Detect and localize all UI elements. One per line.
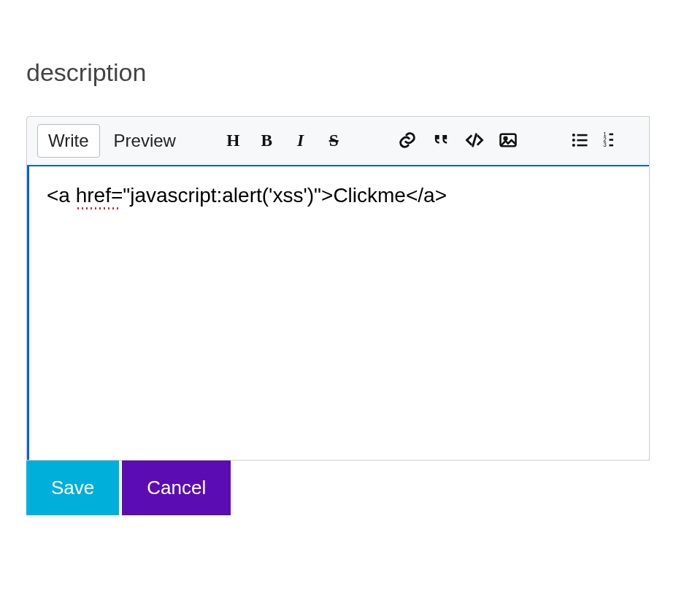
unordered-list-button[interactable]: [564, 125, 596, 157]
image-button[interactable]: [492, 125, 524, 157]
bold-button[interactable]: B: [253, 125, 285, 157]
spellcheck-underline: [76, 207, 120, 209]
format-group: H B I S: [219, 125, 352, 157]
svg-point-6: [504, 136, 507, 139]
svg-rect-10: [577, 139, 587, 141]
svg-point-9: [572, 138, 575, 141]
svg-text:B: B: [261, 131, 272, 150]
svg-rect-12: [577, 144, 587, 146]
svg-rect-14: [609, 133, 613, 135]
save-button[interactable]: Save: [26, 461, 119, 515]
svg-text:3: 3: [603, 142, 607, 148]
cancel-button[interactable]: Cancel: [122, 461, 231, 515]
unordered-list-icon: [569, 130, 590, 153]
svg-rect-18: [609, 144, 613, 146]
ordered-list-icon: 1 2 3: [602, 130, 613, 153]
heading-button[interactable]: H: [219, 125, 251, 157]
quote-button[interactable]: [425, 125, 457, 157]
svg-text:I: I: [296, 131, 304, 150]
bold-icon: B: [258, 130, 279, 153]
svg-point-7: [572, 133, 575, 136]
field-label: description: [26, 58, 650, 87]
svg-text:S: S: [329, 131, 339, 150]
insert-group: [391, 125, 524, 157]
link-button[interactable]: [391, 125, 423, 157]
ordered-list-button[interactable]: 1 2 3: [597, 125, 613, 157]
svg-rect-8: [577, 134, 587, 136]
strikethrough-icon: S: [326, 130, 346, 153]
link-icon: [397, 130, 418, 153]
list-group: 1 2 3: [564, 125, 613, 157]
code-icon: [464, 130, 485, 153]
italic-button[interactable]: I: [286, 125, 318, 157]
svg-text:H: H: [226, 131, 239, 150]
svg-line-4: [473, 134, 477, 145]
tab-preview[interactable]: Preview: [103, 124, 187, 158]
heading-icon: H: [225, 130, 245, 153]
quote-icon: [431, 130, 451, 153]
editor-content[interactable]: <a href="javascript:alert('xss')">Clickm…: [47, 184, 447, 207]
markdown-editor: Write Preview H B I: [26, 116, 650, 461]
strikethrough-button[interactable]: S: [320, 125, 352, 157]
editor-textarea-wrapper[interactable]: <a href="javascript:alert('xss')">Clickm…: [27, 165, 649, 460]
svg-point-11: [572, 143, 575, 146]
image-icon: [498, 130, 518, 153]
code-button[interactable]: [458, 125, 491, 157]
italic-icon: I: [292, 130, 312, 153]
tab-write[interactable]: Write: [37, 124, 100, 158]
svg-rect-16: [609, 139, 613, 141]
action-row: Save Cancel: [26, 461, 650, 515]
editor-toolbar: Write Preview H B I: [27, 117, 649, 165]
